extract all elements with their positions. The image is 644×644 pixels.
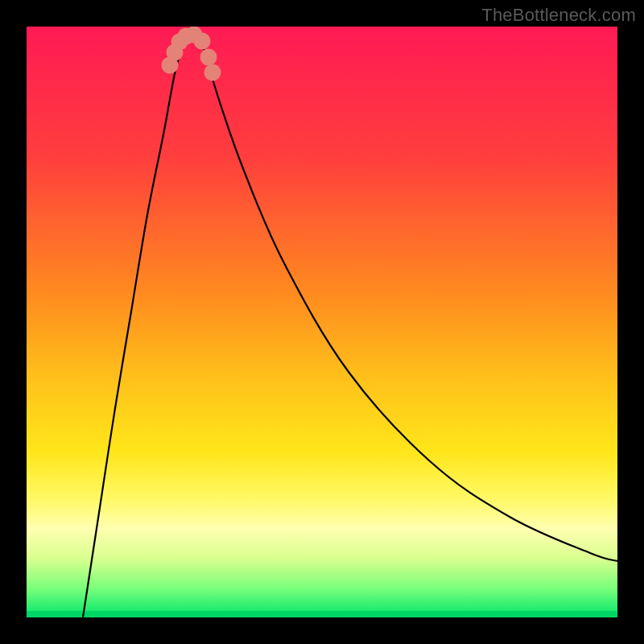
marker-dot <box>194 33 211 50</box>
marker-dot <box>200 49 217 66</box>
chart-frame: TheBottleneck.com <box>0 0 644 644</box>
watermark: TheBottleneck.com <box>481 5 636 26</box>
marker-dot <box>204 64 221 81</box>
plot-area <box>27 27 617 617</box>
green-baseline <box>27 611 617 617</box>
chart-svg <box>27 27 617 617</box>
gradient-bg <box>27 27 617 617</box>
